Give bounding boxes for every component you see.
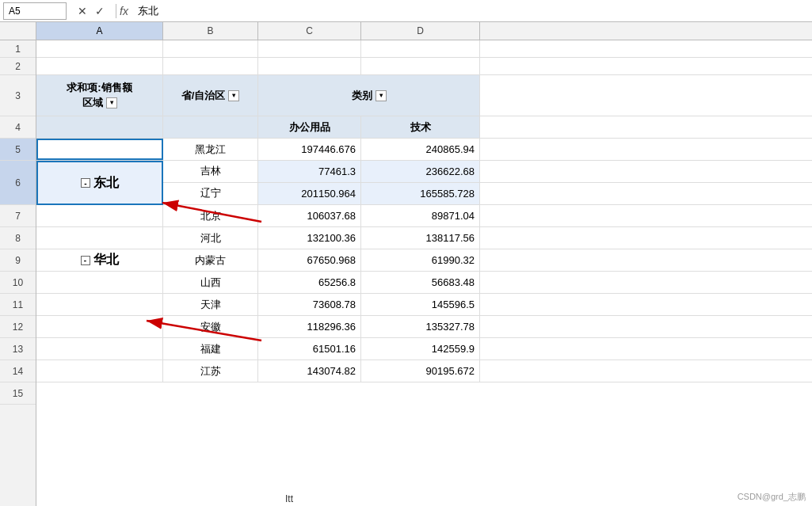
cell-d2[interactable]: [361, 58, 480, 74]
cell-c2[interactable]: [258, 58, 361, 74]
cell-a15[interactable]: [36, 360, 163, 382]
cell-d7[interactable]: 165585.728: [361, 183, 480, 204]
grid-table: 求和项:销售额 区域 ▾ 省/自治区 ▾ 类别 ▾: [36, 40, 812, 506]
cell-d13[interactable]: 135327.78: [361, 316, 480, 337]
cell-c12[interactable]: 73608.78: [258, 294, 361, 315]
table-row: 办公用品 技术: [36, 116, 812, 139]
cell-b4[interactable]: [163, 116, 258, 138]
cell-c1[interactable]: [258, 40, 361, 57]
cell-d9[interactable]: 138117.56: [361, 227, 480, 249]
cell-b6[interactable]: 吉林: [163, 161, 258, 182]
cell-a6[interactable]: - 东北: [36, 161, 163, 205]
row-header-14[interactable]: 14: [0, 360, 36, 382]
cell-d15[interactable]: 90195.672: [361, 360, 480, 382]
row-header-15[interactable]: 15: [0, 382, 36, 405]
region-label: 区域: [82, 96, 103, 110]
cell-b15[interactable]: 江苏: [163, 360, 258, 382]
cell-a10[interactable]: - 华北: [36, 249, 163, 271]
col-header-B[interactable]: B: [163, 22, 258, 40]
cell-b13[interactable]: 安徽: [163, 316, 258, 337]
cell-a9[interactable]: [36, 227, 163, 249]
cell-b9[interactable]: 河北: [163, 227, 258, 249]
name-box[interactable]: A5: [3, 2, 67, 20]
cell-c9[interactable]: 132100.36: [258, 227, 361, 249]
cell-c3[interactable]: 类别 ▾: [258, 75, 480, 116]
cell-c6[interactable]: 77461.3: [258, 161, 361, 182]
table-row: 安徽 118296.36 135327.78: [36, 316, 812, 338]
cell-d8[interactable]: 89871.04: [361, 205, 480, 226]
row-header-13[interactable]: 13: [0, 338, 36, 360]
cell-a13[interactable]: [36, 316, 163, 337]
cell-c14[interactable]: 61501.16: [258, 338, 361, 360]
cell-d11[interactable]: 56683.48: [361, 272, 480, 293]
row-headers: 1 2 3 4 5 6 7 8 9 10 11 12 13 14 15: [0, 40, 36, 506]
category-dropdown[interactable]: ▾: [376, 90, 387, 101]
formula-icons: ✕ ✓: [74, 3, 108, 19]
row-header-4[interactable]: 4: [0, 116, 36, 139]
row-header-8[interactable]: 8: [0, 227, 36, 249]
cell-a3[interactable]: 求和项:销售额 区域 ▾: [36, 75, 163, 116]
cell-d6[interactable]: 236622.68: [361, 161, 480, 182]
cell-b5[interactable]: 黑龙江: [163, 139, 258, 160]
cell-b1[interactable]: [163, 40, 258, 57]
cell-a11[interactable]: [36, 272, 163, 293]
pivot-label: 求和项:销售额: [67, 81, 132, 95]
region-dropdown[interactable]: ▾: [106, 97, 117, 108]
cell-b8[interactable]: 北京: [163, 205, 258, 226]
cell-c11[interactable]: 65256.8: [258, 272, 361, 293]
header-spacer: [0, 22, 36, 40]
col-header-C[interactable]: C: [258, 22, 361, 40]
cell-c15[interactable]: 143074.82: [258, 360, 361, 382]
cell-b12[interactable]: 天津: [163, 294, 258, 315]
row-header-12[interactable]: 12: [0, 316, 36, 338]
cell-b10[interactable]: 内蒙古: [163, 249, 258, 271]
cell-a5[interactable]: [36, 139, 163, 160]
cell-b3[interactable]: 省/自治区 ▾: [163, 75, 258, 116]
cell-c8[interactable]: 106037.68: [258, 205, 361, 226]
cell-a4[interactable]: [36, 116, 163, 138]
confirm-icon[interactable]: ✓: [92, 3, 108, 19]
cell-b14[interactable]: 福建: [163, 338, 258, 360]
row-header-5[interactable]: 5: [0, 139, 36, 161]
cell-d12[interactable]: 145596.5: [361, 294, 480, 315]
cell-c10[interactable]: 67650.968: [258, 249, 361, 271]
province-dropdown[interactable]: ▾: [228, 90, 239, 101]
row-header-11[interactable]: 11: [0, 294, 36, 316]
cell-a2[interactable]: [36, 58, 163, 74]
cell-d1[interactable]: [361, 40, 480, 57]
cell-d10[interactable]: 61990.32: [361, 249, 480, 271]
col-header-D[interactable]: D: [361, 22, 480, 40]
cell-a8[interactable]: [36, 205, 163, 226]
table-row: 福建 61501.16 142559.9: [36, 338, 812, 360]
row-header-1[interactable]: 1: [0, 40, 36, 58]
row-header-3[interactable]: 3: [0, 75, 36, 116]
row-header-2[interactable]: 2: [0, 58, 36, 75]
cell-b7[interactable]: 辽宁: [163, 183, 258, 204]
col-header-A[interactable]: A: [36, 22, 163, 40]
formula-content[interactable]: 东北: [135, 4, 809, 18]
cell-b11[interactable]: 山西: [163, 272, 258, 293]
table-row: 江苏 143074.82 90195.672: [36, 360, 812, 382]
collapse-icon-huabei[interactable]: -: [81, 256, 90, 265]
cancel-icon[interactable]: ✕: [74, 3, 90, 19]
row-header-6[interactable]: 6: [0, 161, 36, 205]
cell-c13[interactable]: 118296.36: [258, 316, 361, 337]
cell-c7[interactable]: 201150.964: [258, 183, 361, 204]
cell-a1[interactable]: [36, 40, 163, 57]
cell-c5[interactable]: 197446.676: [258, 139, 361, 160]
cell-c4[interactable]: 办公用品: [258, 116, 361, 138]
row-header-7[interactable]: 7: [0, 205, 36, 227]
huabei-label: 华北: [93, 252, 119, 268]
collapse-icon[interactable]: -: [81, 178, 90, 188]
cell-d5[interactable]: 240865.94: [361, 139, 480, 160]
row-header-9[interactable]: 9: [0, 249, 36, 272]
cell-a14[interactable]: [36, 338, 163, 360]
cell-a12[interactable]: [36, 294, 163, 315]
cell-b2[interactable]: [163, 58, 258, 74]
table-row: - 华北 内蒙古 67650.968 61990.32: [36, 249, 812, 272]
column-headers: A B C D: [0, 22, 812, 40]
cell-d4[interactable]: 技术: [361, 116, 480, 138]
row-header-10[interactable]: 10: [0, 272, 36, 294]
formula-bar: A5 ✕ ✓ fx 东北: [0, 0, 812, 22]
cell-d14[interactable]: 142559.9: [361, 338, 480, 360]
